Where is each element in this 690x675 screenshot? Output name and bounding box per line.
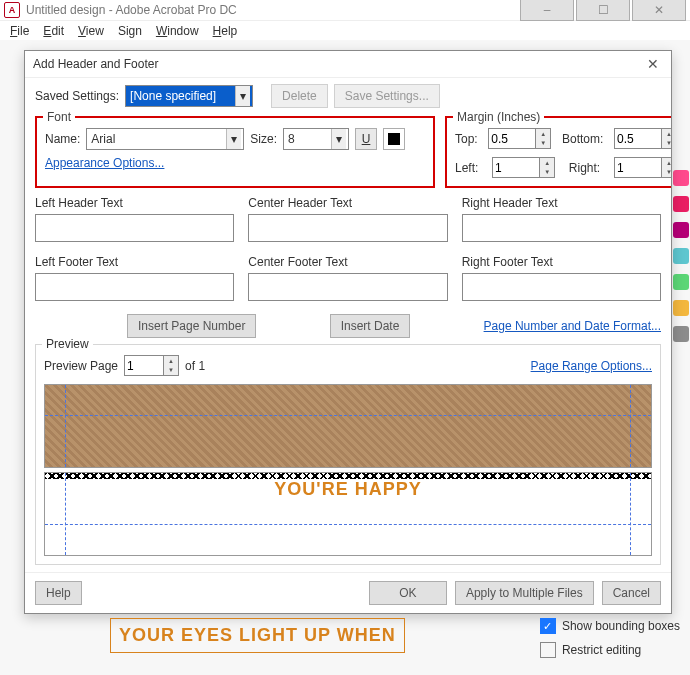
tools-rail bbox=[672, 170, 690, 342]
checkbox-checked-icon: ✓ bbox=[540, 618, 556, 634]
background-panel: YOUR EYES LIGHT UP WHEN ✓Show bounding b… bbox=[110, 618, 680, 658]
right-footer-label: Right Footer Text bbox=[462, 255, 661, 269]
preview-page-label: Preview Page bbox=[44, 359, 118, 373]
maximize-button[interactable]: ☐ bbox=[576, 0, 630, 21]
page-number-format-link[interactable]: Page Number and Date Format... bbox=[484, 319, 661, 333]
dialog-title-text: Add Header and Footer bbox=[33, 57, 158, 71]
margin-bottom-input[interactable]: ▲▼ bbox=[614, 128, 671, 149]
rail-icon-6[interactable] bbox=[673, 300, 689, 316]
app-icon: A bbox=[4, 2, 20, 18]
font-name-label: Name: bbox=[45, 132, 80, 146]
margin-bottom-label: Bottom: bbox=[562, 132, 603, 146]
appearance-options-link[interactable]: Appearance Options... bbox=[45, 156, 164, 170]
font-size-label: Size: bbox=[250, 132, 277, 146]
checkbox-icon bbox=[540, 642, 556, 658]
dialog-titlebar: Add Header and Footer ✕ bbox=[25, 51, 671, 78]
preview-footer-box: YOU'RE HAPPY bbox=[44, 472, 652, 556]
minimize-button[interactable]: – bbox=[520, 0, 574, 21]
rail-icon-2[interactable] bbox=[673, 196, 689, 212]
margin-top-label: Top: bbox=[455, 132, 478, 146]
cancel-button[interactable]: Cancel bbox=[602, 581, 661, 605]
center-footer-text[interactable] bbox=[248, 273, 447, 301]
insert-page-number-button[interactable]: Insert Page Number bbox=[127, 314, 256, 338]
margin-top-input[interactable]: ▲▼ bbox=[488, 128, 551, 149]
preview-fieldset: Preview Preview Page ▲▼ of 1 Page Range … bbox=[35, 344, 661, 565]
right-header-label: Right Header Text bbox=[462, 196, 661, 210]
restrict-editing-checkbox[interactable]: Restrict editing bbox=[540, 642, 680, 658]
window-controls: – ☐ ✕ bbox=[520, 0, 686, 21]
margin-right-label: Right: bbox=[569, 161, 600, 175]
underline-button[interactable]: U bbox=[355, 128, 377, 150]
menu-view[interactable]: View bbox=[72, 22, 110, 40]
font-name-value: Arial bbox=[91, 132, 115, 146]
rail-icon-3[interactable] bbox=[673, 222, 689, 238]
font-margin-row: Font Name: Arial ▾ Size: 8 ▾ U Appearanc… bbox=[35, 116, 661, 188]
show-bounding-boxes-checkbox[interactable]: ✓Show bounding boxes bbox=[540, 618, 680, 634]
delete-button[interactable]: Delete bbox=[271, 84, 328, 108]
saved-settings-row: Saved Settings: [None specified] ▾ Delet… bbox=[35, 84, 661, 108]
page-range-options-link[interactable]: Page Range Options... bbox=[531, 359, 652, 373]
dialog-footer: Help OK Apply to Multiple Files Cancel bbox=[25, 572, 671, 613]
close-window-button[interactable]: ✕ bbox=[632, 0, 686, 21]
font-size-value: 8 bbox=[288, 132, 295, 146]
header-footer-text-grid: Left Header Text Center Header Text Righ… bbox=[35, 196, 661, 304]
chevron-down-icon: ▾ bbox=[226, 129, 241, 149]
ok-button[interactable]: OK bbox=[369, 581, 447, 605]
menu-window[interactable]: Window bbox=[150, 22, 205, 40]
window-title: Untitled design - Adobe Acrobat Pro DC bbox=[26, 3, 520, 17]
font-size-select[interactable]: 8 ▾ bbox=[283, 128, 349, 150]
preview-text: YOU'RE HAPPY bbox=[274, 479, 421, 500]
menu-help[interactable]: Help bbox=[207, 22, 244, 40]
rail-icon-5[interactable] bbox=[673, 274, 689, 290]
center-header-label: Center Header Text bbox=[248, 196, 447, 210]
preview-page-input[interactable]: ▲▼ bbox=[124, 355, 179, 376]
margin-left-input[interactable]: ▲▼ bbox=[492, 157, 555, 178]
header-footer-dialog: Add Header and Footer ✕ Saved Settings: … bbox=[24, 50, 672, 614]
save-settings-button[interactable]: Save Settings... bbox=[334, 84, 440, 108]
margin-fieldset: Margin (Inches) Top: ▲▼ Bottom: ▲▼ Left:… bbox=[445, 116, 671, 188]
right-header-text[interactable] bbox=[462, 214, 661, 242]
insert-date-button[interactable]: Insert Date bbox=[330, 314, 411, 338]
chevron-down-icon: ▾ bbox=[235, 86, 250, 106]
canvas-text-block[interactable]: YOUR EYES LIGHT UP WHEN bbox=[110, 618, 405, 653]
menu-edit[interactable]: Edit bbox=[37, 22, 70, 40]
font-fieldset: Font Name: Arial ▾ Size: 8 ▾ U Appearanc… bbox=[35, 116, 435, 188]
margin-left-label: Left: bbox=[455, 161, 478, 175]
right-footer-text[interactable] bbox=[462, 273, 661, 301]
saved-settings-value: [None specified] bbox=[130, 89, 216, 103]
saved-settings-select[interactable]: [None specified] ▾ bbox=[125, 85, 253, 107]
preview-header-box bbox=[44, 384, 652, 468]
titlebar: A Untitled design - Adobe Acrobat Pro DC… bbox=[0, 0, 690, 21]
rail-icon-7[interactable] bbox=[673, 326, 689, 342]
left-footer-text[interactable] bbox=[35, 273, 234, 301]
center-header-text[interactable] bbox=[248, 214, 447, 242]
sidebar-checks: ✓Show bounding boxes Restrict editing bbox=[540, 618, 680, 658]
center-footer-label: Center Footer Text bbox=[248, 255, 447, 269]
menu-file[interactable]: File bbox=[4, 22, 35, 40]
preview-legend: Preview bbox=[42, 337, 93, 351]
rail-icon-4[interactable] bbox=[673, 248, 689, 264]
margin-right-input[interactable]: ▲▼ bbox=[614, 157, 671, 178]
preview-of-label: of 1 bbox=[185, 359, 205, 373]
left-header-label: Left Header Text bbox=[35, 196, 234, 210]
help-button[interactable]: Help bbox=[35, 581, 82, 605]
left-header-text[interactable] bbox=[35, 214, 234, 242]
rail-icon-1[interactable] bbox=[673, 170, 689, 186]
saved-settings-label: Saved Settings: bbox=[35, 89, 119, 103]
chevron-down-icon: ▾ bbox=[331, 129, 346, 149]
dialog-close-button[interactable]: ✕ bbox=[643, 56, 663, 72]
color-button[interactable] bbox=[383, 128, 405, 150]
margin-legend: Margin (Inches) bbox=[453, 110, 544, 124]
color-swatch-icon bbox=[388, 133, 400, 145]
menu-sign[interactable]: Sign bbox=[112, 22, 148, 40]
font-name-select[interactable]: Arial ▾ bbox=[86, 128, 244, 150]
left-footer-label: Left Footer Text bbox=[35, 255, 234, 269]
insert-row: Insert Page Number Insert Date Page Numb… bbox=[35, 314, 661, 338]
apply-multiple-button[interactable]: Apply to Multiple Files bbox=[455, 581, 594, 605]
menubar: File Edit View Sign Window Help bbox=[0, 21, 690, 42]
font-legend: Font bbox=[43, 110, 75, 124]
